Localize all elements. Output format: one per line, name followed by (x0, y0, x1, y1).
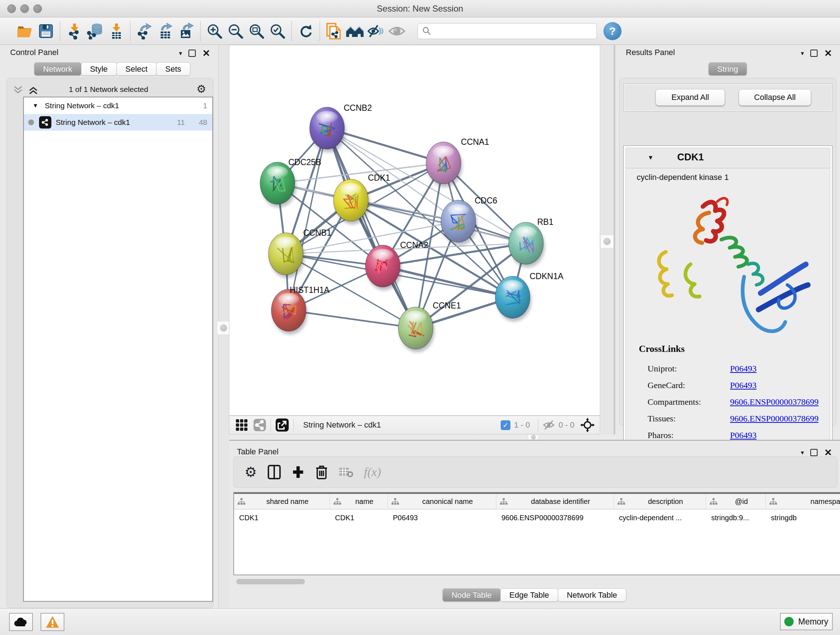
table-cell[interactable]: cyclin-dependent ... (614, 509, 706, 526)
right-splitter[interactable] (600, 45, 616, 434)
cloud-status-button[interactable] (9, 613, 33, 631)
table-options-button[interactable]: ⚙ (245, 465, 257, 479)
create-column-button[interactable] (292, 465, 305, 479)
network-node-CCNA2[interactable] (365, 245, 401, 290)
export-network-button[interactable] (134, 20, 155, 42)
crosslink-link[interactable]: 9606.ENSP00000378699 (730, 414, 819, 424)
tab-string-results[interactable]: String (708, 62, 747, 76)
left-splitter-handle[interactable] (217, 321, 231, 335)
table-cell[interactable]: P06493 (388, 509, 496, 526)
gene-card-expander-icon[interactable]: ▼ (647, 155, 654, 161)
tab-edge-table[interactable]: Edge Table (500, 588, 558, 602)
network-view-canvas[interactable]: CCNB2CCNA1CDC25BCDK1CDC6RB1CCNB1CCNA2CDK… (229, 45, 600, 416)
fit-content-button[interactable] (580, 418, 595, 432)
collapse-all-button[interactable]: Collapse All (739, 89, 811, 106)
tab-style[interactable]: Style (81, 62, 117, 76)
table-cell[interactable]: stringdb:9... (706, 509, 766, 526)
crosslink-link[interactable]: 9606.ENSP00000378699 (730, 397, 819, 407)
selected-nodes-checkbox[interactable]: ✓ (501, 420, 510, 430)
control-panel-float-button[interactable] (188, 50, 196, 57)
open-session-button[interactable] (14, 20, 35, 42)
table-column-header[interactable]: canonical name (388, 494, 496, 509)
table-panel-float-button[interactable] (810, 449, 818, 456)
hidden-eye-icon[interactable] (543, 420, 555, 430)
results-panel-float-button[interactable] (810, 50, 818, 57)
import-network-file-button[interactable] (64, 20, 85, 42)
network-node-CDK1[interactable] (333, 179, 370, 225)
table-column-header[interactable]: @id (706, 494, 766, 509)
table-row[interactable]: CDK1CDK1P064939606.ENSP00000378699cyclin… (234, 509, 840, 526)
table-column-header[interactable]: shared name (234, 494, 330, 509)
crosslink-link[interactable]: P06493 (730, 364, 756, 374)
memory-button[interactable]: Memory (780, 613, 833, 630)
export-table-button[interactable] (155, 20, 176, 42)
save-session-button[interactable] (35, 20, 57, 42)
tab-network-table[interactable]: Network Table (558, 588, 626, 602)
table-column-header[interactable]: namespace (766, 494, 840, 509)
string-protein-query-button[interactable] (324, 20, 344, 42)
search-input[interactable] (434, 24, 594, 38)
network-node-CDKN1A[interactable] (495, 276, 531, 321)
network-view-toolbar: String Network – cdk1 ✓ 1 - 0 0 - 0 (229, 416, 600, 434)
string-glass-effect-button[interactable] (365, 20, 386, 42)
collection-expander-icon[interactable]: ▼ (33, 103, 38, 109)
network-node-CCNB2[interactable] (309, 107, 346, 152)
table-cell[interactable]: stringdb (766, 509, 840, 526)
zoom-in-button[interactable] (204, 20, 225, 42)
table-cell[interactable]: CDK1 (234, 509, 330, 526)
network-node-RB1[interactable] (508, 222, 545, 268)
table-column-header[interactable]: name (330, 494, 388, 509)
network-options-gear-icon[interactable]: ⚙ (196, 84, 206, 95)
table-panel-menu-caret[interactable]: ▾ (801, 450, 804, 456)
table-column-header[interactable]: description (614, 494, 706, 509)
results-panel-close-button[interactable]: ✕ (824, 49, 832, 58)
string-labels-button[interactable] (386, 20, 407, 42)
warnings-button[interactable] (41, 613, 65, 631)
table-column-header[interactable]: database identifier (496, 494, 614, 509)
help-button[interactable]: ? (603, 22, 622, 40)
delete-table-button[interactable] (339, 466, 353, 478)
expand-all-button[interactable]: Expand All (655, 89, 725, 106)
control-panel-close-button[interactable]: ✕ (202, 49, 210, 58)
table-cell[interactable]: CDK1 (330, 509, 388, 526)
tab-select[interactable]: Select (117, 62, 156, 76)
birdseye-view-button[interactable] (275, 418, 289, 432)
results-panel-menu-caret[interactable]: ▾ (801, 50, 804, 57)
import-network-database-button[interactable] (85, 20, 106, 42)
table-horizontal-scrollbar[interactable] (236, 579, 305, 584)
grid-mode-button[interactable] (235, 418, 248, 432)
string-settings-button[interactable] (344, 20, 365, 42)
left-splitter[interactable] (218, 45, 229, 608)
network-node-CCNA1[interactable] (426, 142, 462, 187)
network-collection-row[interactable]: ▼ String Network – cdk1 1 (24, 97, 212, 114)
network-edge[interactable] (289, 310, 416, 328)
import-table-file-button[interactable] (106, 20, 126, 42)
crosslink-link[interactable]: P06493 (730, 431, 756, 440)
gene-card-header[interactable]: ▼ CDK1 (626, 148, 830, 168)
zoom-fit-button[interactable] (246, 20, 267, 42)
show-columns-button[interactable] (268, 465, 281, 479)
control-panel-menu-caret[interactable]: ▾ (179, 50, 182, 57)
crosslink-link[interactable]: P06493 (730, 380, 756, 390)
network-node-HIST1H1A[interactable] (271, 289, 308, 334)
table-splitter-handle[interactable] (528, 434, 538, 440)
table-cell[interactable]: 9606.ENSP00000378699 (496, 509, 614, 526)
network-mode-button[interactable] (253, 418, 266, 432)
network-edge[interactable] (327, 128, 416, 328)
export-image-button[interactable] (176, 20, 197, 42)
network-node-CCNB1[interactable] (268, 233, 305, 278)
refresh-button[interactable] (295, 20, 316, 42)
tab-network[interactable]: Network (34, 62, 81, 76)
network-row[interactable]: String Network – cdk1 11 48 (24, 114, 212, 131)
tab-node-table[interactable]: Node Table (442, 588, 501, 602)
zoom-out-button[interactable] (225, 20, 246, 42)
right-splitter-handle[interactable] (600, 234, 614, 249)
network-edge[interactable] (289, 128, 327, 310)
network-node-CDC6[interactable] (441, 200, 477, 245)
network-node-CCNE1[interactable] (398, 307, 434, 352)
tab-sets[interactable]: Sets (156, 62, 190, 76)
function-builder-button[interactable]: f(x) (364, 465, 381, 479)
delete-column-button[interactable] (316, 464, 328, 480)
zoom-selected-button[interactable] (267, 20, 288, 42)
table-panel-close-button[interactable]: ✕ (824, 448, 832, 457)
